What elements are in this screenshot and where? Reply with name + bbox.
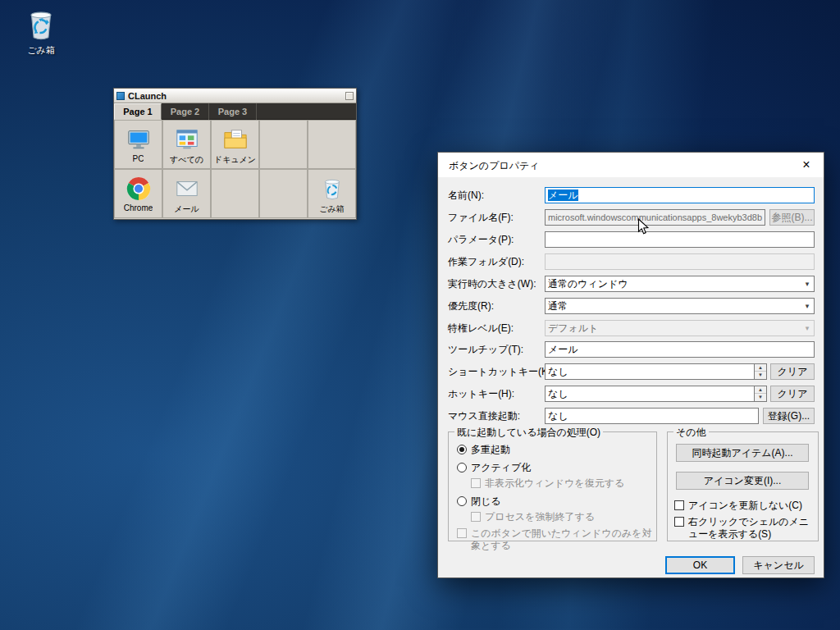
chrome-icon	[126, 175, 151, 203]
chevron-down-icon: ▾	[801, 302, 814, 310]
shortcut-clear-button[interactable]: クリア	[770, 363, 815, 380]
checkbox-icon	[674, 500, 684, 510]
hotkey-input[interactable]: なし	[545, 386, 755, 402]
close-option-label: 閉じる	[471, 495, 501, 508]
checkbox-force-terminate[interactable]: プロセスを強制終了する	[471, 511, 595, 523]
filename-label: ファイル名(F):	[448, 209, 514, 226]
change-icon-button[interactable]: アイコン変更(I)...	[676, 472, 809, 490]
radio-activate[interactable]: アクティブ化	[457, 462, 531, 474]
spin-up-icon[interactable]: ▲	[755, 386, 766, 394]
radio-selected-icon	[457, 445, 467, 454]
spin-down-icon[interactable]: ▼	[755, 372, 766, 379]
recycle-bin-desktop-icon[interactable]: ごみ箱	[15, 7, 67, 57]
claunch-pin-button[interactable]	[345, 92, 354, 100]
no-icon-update-label: アイコンを更新しない(C)	[688, 500, 802, 512]
shortcut-key-label: ショートカットキー(K):	[448, 363, 554, 380]
claunch-tabbar: Page 1 Page 2 Page 3	[114, 103, 356, 120]
shortcut-key-spinner: ▲ ▼	[755, 363, 767, 380]
privilege-select[interactable]: デフォルト ▾	[545, 320, 815, 336]
workdir-label: 作業フォルダ(D):	[448, 253, 524, 270]
mouse-launch-label: マウス直接起動:	[448, 408, 520, 424]
parameter-label: パラメータ(P):	[448, 231, 514, 248]
ok-button[interactable]: OK	[665, 556, 735, 574]
privilege-label: 特権レベル(E):	[448, 320, 514, 336]
multi-launch-label: 多重起動	[471, 444, 510, 456]
close-icon[interactable]: ×	[789, 153, 824, 176]
tab-page-1[interactable]: Page 1	[114, 103, 162, 120]
tab-page-2[interactable]: Page 2	[162, 103, 209, 120]
hotkey-label: ホットキー(H):	[448, 386, 514, 402]
other-group-title: その他	[673, 426, 709, 440]
workdir-input[interactable]	[545, 253, 815, 270]
chevron-down-icon: ▾	[801, 280, 814, 288]
parameter-input[interactable]	[545, 231, 815, 248]
launcher-button-label: すべての	[170, 154, 203, 166]
radio-close[interactable]: 閉じる	[457, 495, 501, 508]
restore-hidden-label: 非表示化ウィンドウを復元する	[485, 477, 624, 490]
priority-label: 優先度(R):	[448, 298, 494, 314]
checkbox-only-this-button[interactable]: このボタンで開いたウィンドウのみを対象とする	[457, 527, 656, 552]
register-button[interactable]: 登録(G)...	[763, 408, 815, 424]
pc-icon	[126, 126, 151, 153]
dialog-title: ボタンのプロパティ	[449, 159, 540, 173]
priority-select[interactable]: 通常 ▾	[545, 298, 815, 314]
name-input[interactable]: メール	[545, 187, 815, 203]
launch-behavior-group: 既に起動している場合の処理(O) 多重起動 アクティブ化 非表示化ウィンドウを復…	[448, 431, 657, 541]
tab-page-3[interactable]: Page 3	[209, 103, 257, 120]
radio-multi-launch[interactable]: 多重起動	[457, 444, 510, 456]
launcher-button-empty[interactable]	[211, 169, 259, 218]
claunch-titlebar[interactable]: CLaunch	[114, 89, 356, 103]
shortcut-key-input[interactable]: なし	[545, 363, 755, 380]
checkbox-restore-hidden[interactable]: 非表示化ウィンドウを復元する	[471, 477, 624, 490]
tooltip-label: ツールチップ(T):	[448, 341, 523, 358]
recycle-bin-label: ごみ箱	[15, 44, 67, 57]
spin-up-icon[interactable]: ▲	[755, 364, 766, 372]
radio-icon	[457, 496, 467, 506]
control-panel-icon	[175, 126, 199, 153]
window-size-value: 通常のウィンドウ	[548, 277, 628, 291]
launcher-button-label: PC	[133, 154, 144, 163]
recycle-bin-icon	[320, 175, 345, 203]
checkbox-no-icon-update[interactable]: アイコンを更新しない(C)	[674, 500, 802, 512]
claunch-button-grid: PC すべての	[114, 120, 356, 218]
recycle-bin-icon	[15, 7, 67, 43]
documents-folder-icon	[223, 126, 248, 153]
name-value: メール	[548, 189, 578, 201]
launcher-button-recycle-bin[interactable]: ごみ箱	[308, 169, 356, 218]
name-label: 名前(N):	[448, 187, 484, 203]
launcher-button-chrome[interactable]: Chrome	[114, 169, 162, 218]
priority-value: 通常	[548, 299, 568, 313]
launcher-button-label: Chrome	[124, 203, 153, 212]
launch-behavior-group-title: 既に起動している場合の処理(O)	[454, 426, 603, 440]
launcher-button-documents[interactable]: ドキュメン	[211, 120, 259, 169]
browse-button[interactable]: 参照(B)...	[769, 209, 815, 226]
tooltip-input[interactable]: メール	[545, 341, 815, 358]
window-size-label: 実行時の大きさ(W):	[448, 276, 536, 292]
mouse-launch-input[interactable]: なし	[545, 408, 759, 424]
checkbox-shell-menu[interactable]: 右クリックでシェルのメニューを表示する(S)	[674, 516, 815, 541]
shell-menu-label: 右クリックでシェルのメニューを表示する(S)	[688, 516, 813, 541]
window-size-select[interactable]: 通常のウィンドウ ▾	[545, 276, 815, 292]
chevron-down-icon: ▾	[801, 324, 814, 332]
launcher-button-empty[interactable]	[259, 169, 308, 218]
launcher-button-empty[interactable]	[308, 120, 356, 169]
spin-down-icon[interactable]: ▼	[755, 394, 766, 401]
cancel-button[interactable]: キャンセル	[742, 556, 815, 574]
force-terminate-label: プロセスを強制終了する	[485, 511, 595, 523]
privilege-value: デフォルト	[548, 322, 598, 336]
launcher-button-empty[interactable]	[259, 120, 308, 169]
launcher-button-mail[interactable]: メール	[162, 169, 211, 218]
simultaneous-items-button[interactable]: 同時起動アイテム(A)...	[676, 444, 809, 462]
hotkey-spinner: ▲ ▼	[755, 386, 767, 402]
button-properties-dialog: ボタンのプロパティ × 名前(N): メール ファイル名(F): microso…	[437, 152, 824, 578]
hotkey-clear-button[interactable]: クリア	[770, 386, 815, 402]
launcher-button-all-items[interactable]: すべての	[162, 120, 211, 169]
checkbox-icon	[471, 512, 481, 522]
other-group: その他 同時起動アイテム(A)... アイコン変更(I)... アイコンを更新し…	[667, 431, 819, 541]
claunch-app-icon	[116, 92, 125, 100]
dialog-titlebar[interactable]: ボタンのプロパティ ×	[438, 153, 824, 177]
filename-input[interactable]: microsoft.windowscommunicationsapps_8wek…	[545, 209, 765, 226]
launcher-button-pc[interactable]: PC	[114, 120, 162, 169]
checkbox-icon	[457, 528, 467, 538]
only-this-button-label: このボタンで開いたウィンドウのみを対象とする	[471, 527, 656, 552]
